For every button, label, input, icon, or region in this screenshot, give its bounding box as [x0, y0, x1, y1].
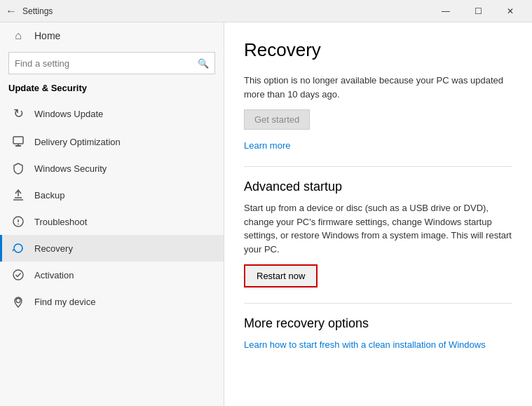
sidebar-item-windows-update[interactable]: ↻ Windows Update [0, 99, 224, 128]
sidebar-item-delivery-optimization[interactable]: Delivery Optimization [0, 128, 224, 155]
advanced-startup-title: Advanced startup [244, 180, 512, 194]
sidebar-item-label: Windows Update [34, 109, 103, 119]
search-input[interactable] [15, 58, 198, 69]
titlebar-title: Settings [22, 6, 53, 16]
sidebar-item-activation[interactable]: Activation [0, 262, 224, 288]
home-label: Home [34, 30, 60, 41]
close-button[interactable]: ✕ [494, 0, 526, 22]
sidebar-item-find-my-device[interactable]: Find my device [0, 288, 224, 315]
app-layout: ⌂ Home 🔍 Update & Security ↻ Windows Upd… [0, 22, 532, 406]
advanced-startup-description: Start up from a device or disc (such as … [244, 201, 512, 256]
delivery-optimization-icon [11, 135, 26, 148]
sidebar-item-windows-security[interactable]: Windows Security [0, 155, 224, 182]
get-started-button: Get started [244, 109, 310, 130]
svg-rect-0 [13, 137, 23, 144]
sidebar-item-recovery[interactable]: Recovery [0, 235, 224, 262]
titlebar: ← Settings — ☐ ✕ [0, 0, 532, 22]
titlebar-left: ← Settings [6, 5, 53, 18]
learn-more-link[interactable]: Learn more [244, 140, 290, 151]
windows-security-icon [11, 162, 26, 175]
titlebar-back-icon[interactable]: ← [6, 5, 17, 18]
svg-rect-1 [15, 145, 21, 147]
troubleshoot-icon [11, 215, 26, 228]
svg-point-7 [16, 299, 20, 303]
clean-install-link[interactable]: Learn how to start fresh with a clean in… [244, 339, 486, 350]
titlebar-controls: — ☐ ✕ [430, 0, 526, 22]
sidebar-item-home[interactable]: ⌂ Home [0, 22, 224, 49]
divider [244, 166, 512, 167]
sidebar: ⌂ Home 🔍 Update & Security ↻ Windows Upd… [0, 22, 224, 406]
svg-point-5 [18, 224, 19, 225]
sidebar-item-label: Activation [34, 270, 74, 280]
sidebar-item-label: Find my device [34, 297, 95, 307]
divider-2 [244, 303, 512, 304]
sidebar-item-troubleshoot[interactable]: Troubleshoot [0, 208, 224, 235]
sidebar-item-label: Recovery [34, 243, 73, 254]
find-my-device-icon [11, 295, 26, 308]
activation-icon [11, 269, 26, 281]
more-recovery-title: More recovery options [244, 316, 512, 331]
page-title: Recovery [244, 39, 512, 61]
search-box: 🔍 [8, 52, 215, 74]
sidebar-section-label: Update & Security [0, 80, 224, 99]
maximize-button[interactable]: ☐ [462, 0, 494, 22]
search-icon: 🔍 [198, 58, 209, 69]
sidebar-item-backup[interactable]: Backup [0, 182, 224, 208]
sidebar-item-label: Troubleshoot [34, 217, 87, 227]
home-icon: ⌂ [11, 29, 26, 42]
restart-now-button[interactable]: Restart now [244, 264, 318, 287]
content-area: Recovery This option is no longer availa… [224, 22, 532, 406]
windows-update-icon: ↻ [11, 106, 26, 121]
sidebar-item-label: Backup [34, 190, 64, 201]
minimize-button[interactable]: — [430, 0, 462, 22]
recovery-icon [11, 242, 26, 255]
svg-point-6 [13, 270, 23, 280]
backup-icon [11, 189, 26, 201]
sidebar-item-label: Windows Security [34, 163, 107, 174]
sidebar-item-label: Delivery Optimization [34, 137, 121, 147]
reset-description: This option is no longer available becau… [244, 74, 512, 101]
